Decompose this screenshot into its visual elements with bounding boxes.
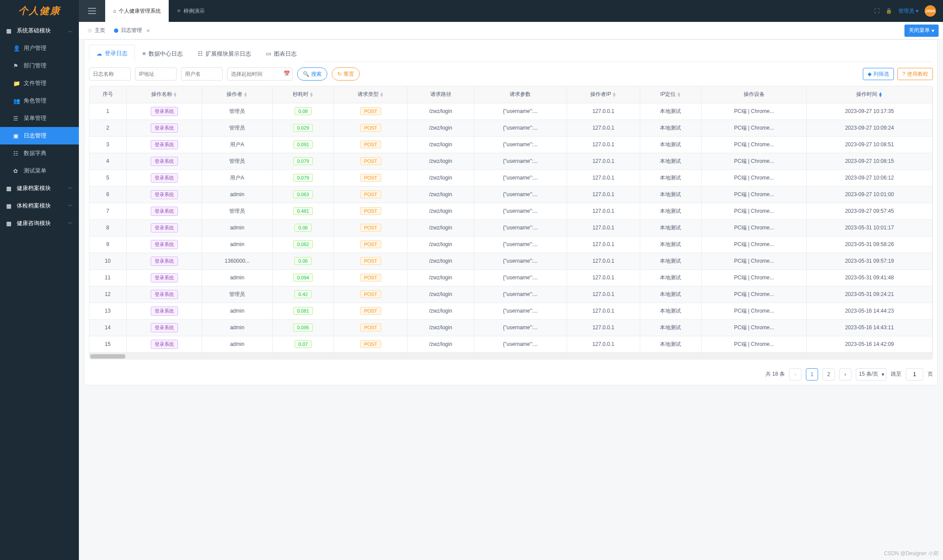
horizontal-scrollbar[interactable] [89, 353, 932, 359]
top-nav-item-system[interactable]: ⌂ 个人健康管理系统 [105, 0, 169, 22]
tutorial-label: 使用教程 [907, 70, 928, 78]
table-row[interactable]: 2登录系统管理员0.029POST/zwz/login{"username":.… [89, 120, 932, 136]
page-size-select[interactable]: 15 条/页▾ [856, 368, 886, 380]
page-1-button[interactable]: 1 [806, 368, 818, 380]
sidebar-item-menus[interactable]: ☰菜单管理 [0, 109, 79, 127]
method-tag: POST [360, 157, 381, 165]
sidebar-group-exam-record[interactable]: ▦体检档案模块 ﹀ [0, 197, 79, 215]
column-header[interactable]: IP定位▲▼ [640, 86, 702, 103]
method-tag: POST [360, 207, 381, 215]
operation-tag: 登录系统 [151, 340, 178, 349]
next-page-button[interactable]: › [839, 368, 851, 380]
table-row[interactable]: 13登录系统admin0.081POST/zwz/login{"username… [89, 303, 932, 319]
cell-user: admin [202, 269, 273, 286]
tab-logs[interactable]: 日志管理 × [110, 25, 154, 37]
operation-tag: 登录系统 [151, 290, 178, 299]
sidebar-item-label: 用户管理 [24, 44, 46, 52]
reset-button[interactable]: ↻重置 [332, 67, 360, 81]
cell-operation: 登录系统 [126, 286, 202, 303]
table-row[interactable]: 12登录系统管理员0.42POST/zwz/login{"username":.… [89, 286, 932, 303]
table-row[interactable]: 6登录系统admin0.063POST/zwz/login{"username"… [89, 186, 932, 203]
scrollbar-thumb[interactable] [90, 354, 125, 359]
inner-tab-datacenter-log[interactable]: ≡数据中心日志 [135, 45, 190, 62]
search-button[interactable]: 🔍搜索 [297, 67, 327, 81]
table-row[interactable]: 15登录系统admin0.07POST/zwz/login{"username"… [89, 336, 932, 352]
sidebar-item-departments[interactable]: ⚑部门管理 [0, 57, 79, 74]
log-name-input[interactable] [89, 67, 131, 81]
home-icon: ⌂ [113, 8, 116, 14]
sidebar-group-system[interactable]: ▦系统基础模块 ︿ [0, 22, 79, 39]
close-menu-dropdown[interactable]: 关闭菜单 ▾ [904, 25, 939, 37]
method-tag: POST [360, 190, 381, 198]
cell-location: 本地测试 [640, 186, 702, 203]
table-row[interactable]: 9登录系统admin0.082POST/zwz/login{"username"… [89, 236, 932, 253]
sidebar-item-dictionary[interactable]: ☷数据字典 [0, 144, 79, 162]
column-header[interactable]: 请求参数 [474, 86, 567, 103]
sidebar-item-label: 文件管理 [24, 79, 46, 87]
fullscreen-icon[interactable]: ⛶ [874, 8, 879, 14]
username-input[interactable] [181, 67, 223, 81]
sidebar: ▦系统基础模块 ︿ 👤用户管理 ⚑部门管理 📁文件管理 👥角色管理 ☰菜单管理 … [0, 22, 79, 560]
cell-seconds: 0.094 [273, 269, 334, 286]
column-header[interactable]: 操作者▲▼ [202, 86, 273, 103]
table-row[interactable]: 1登录系统管理员0.08POST/zwz/login{"username":..… [89, 103, 932, 120]
inner-tab-label: 数据中心日志 [149, 50, 183, 58]
table-row[interactable]: 7登录系统管理员0.481POST/zwz/login{"username":.… [89, 203, 932, 219]
start-date-input[interactable] [227, 67, 293, 81]
cell-path: /zwz/login [408, 236, 474, 253]
inner-tab-login-log[interactable]: ☁登录日志 [89, 45, 135, 62]
cell-path: /zwz/login [408, 319, 474, 336]
admin-dropdown[interactable]: 管理员 ▾ [898, 7, 918, 15]
column-header[interactable]: 秒耗时▲▼ [273, 86, 334, 103]
table-row[interactable]: 11登录系统admin0.094POST/zwz/login{"username… [89, 269, 932, 286]
cell-params: {"username":... [474, 103, 567, 120]
flag-icon: ⚑ [13, 63, 19, 69]
cell-index: 13 [89, 303, 126, 319]
operation-tag: 登录系统 [151, 190, 178, 199]
tab-home[interactable]: 主页 [83, 25, 110, 37]
prev-page-button[interactable]: ‹ [789, 368, 801, 380]
column-filter-button[interactable]: ◆列筛选 [863, 68, 894, 80]
sidebar-item-files[interactable]: 📁文件管理 [0, 74, 79, 92]
inner-tab-chart-log[interactable]: ▭图表日志 [259, 45, 304, 62]
cell-index: 4 [89, 153, 126, 169]
column-header[interactable]: 请求路径 [408, 86, 474, 103]
table-row[interactable]: 3登录系统用户A0.091POST/zwz/login{"username":.… [89, 136, 932, 153]
cell-method: POST [334, 336, 408, 352]
jump-page-input[interactable] [906, 368, 923, 380]
lock-icon[interactable]: 🔒 [886, 8, 892, 14]
close-icon[interactable]: × [146, 27, 150, 34]
column-header[interactable]: 操作设备 [702, 86, 807, 103]
cell-time: 2023-09-27 10:01:00 [807, 186, 932, 203]
sidebar-item-test[interactable]: ✿测试菜单 [0, 162, 79, 180]
table-row[interactable]: 14登录系统admin0.095POST/zwz/login{"username… [89, 319, 932, 336]
table-row[interactable]: 10登录系统1360000...0.06POST/zwz/login{"user… [89, 253, 932, 269]
cell-operation: 登录系统 [126, 169, 202, 186]
column-header[interactable]: 操作者IP▲▼ [567, 86, 640, 103]
sidebar-item-users[interactable]: 👤用户管理 [0, 39, 79, 57]
sidebar-group-health-record[interactable]: ▦健康档案模块 ﹀ [0, 180, 79, 197]
cell-operation: 登录系统 [126, 153, 202, 169]
seconds-tag: 0.095 [293, 324, 313, 331]
inner-tab-extension-log[interactable]: ☷扩展模块展示日志 [190, 45, 259, 62]
tutorial-button[interactable]: ?使用教程 [897, 68, 933, 80]
column-header[interactable]: 请求类型▲▼ [334, 86, 408, 103]
ip-input[interactable] [135, 67, 177, 81]
sidebar-item-roles[interactable]: 👥角色管理 [0, 92, 79, 109]
seconds-tag: 0.06 [294, 224, 312, 232]
sidebar-group-consult[interactable]: ▦健康咨询模块 ﹀ [0, 215, 79, 232]
refresh-icon: ↻ [337, 71, 342, 77]
content-area: 主页 日志管理 × 关闭菜单 ▾ ☁登录日志 ≡数据中心日志 [79, 22, 943, 560]
column-header[interactable]: 操作名称▲▼ [126, 86, 202, 103]
table-row[interactable]: 8登录系统admin0.06POST/zwz/login{"username":… [89, 219, 932, 236]
top-nav-item-demo[interactable]: ✧ 样例演示 [169, 0, 213, 22]
page-2-button[interactable]: 2 [822, 368, 835, 380]
sidebar-toggle-button[interactable] [79, 0, 105, 22]
table-row[interactable]: 5登录系统用户A0.079POST/zwz/login{"username":.… [89, 169, 932, 186]
column-header[interactable]: 序号 [89, 86, 126, 103]
table-row[interactable]: 4登录系统管理员0.079POST/zwz/login{"username":.… [89, 153, 932, 169]
cell-seconds: 0.082 [273, 236, 334, 253]
sidebar-item-logs[interactable]: ▣日志管理 [0, 127, 79, 144]
sidebar-item-label: 菜单管理 [24, 114, 46, 122]
column-header[interactable]: 操作时间▲▼ [807, 86, 932, 103]
